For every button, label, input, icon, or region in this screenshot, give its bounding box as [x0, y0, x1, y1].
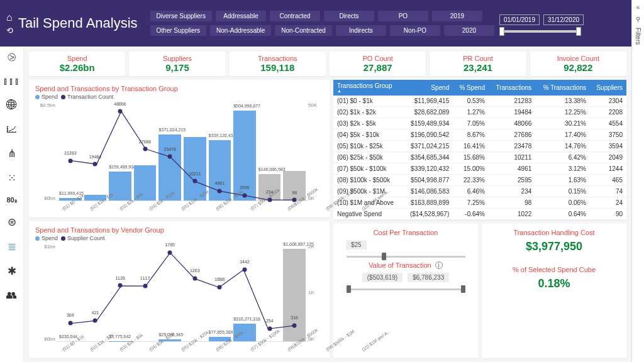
filters-label: Filters	[635, 28, 641, 45]
table-row[interactable]: (05) $10k - $25k$371,024,21516.41%234781…	[333, 141, 626, 152]
home-icon[interactable]: ⌂	[6, 12, 13, 23]
chart-bar[interactable]: $310,271,3181442	[233, 244, 256, 342]
kpi-value: 27,887	[330, 62, 426, 73]
chart-vendor-group: Spend and Transactions by Vendor Group S…	[29, 221, 330, 359]
table-row[interactable]: (07) $50k - $100k$339,120,43215.00%49613…	[333, 163, 626, 175]
chart-bar[interactable]: $1,608,897,175316	[283, 244, 306, 342]
chart-bar[interactable]: $230,044369	[59, 244, 82, 342]
chart-bar[interactable]: 1263	[184, 244, 206, 342]
bar-chart-icon[interactable]: ⫾⫾⫾	[3, 75, 20, 88]
table-header[interactable]: Transactions Group▲	[333, 80, 402, 96]
chart-bar[interactable]: 10211	[184, 102, 206, 200]
date-slider[interactable]	[499, 30, 581, 33]
kpi-label: PR Count	[430, 55, 526, 62]
table-row[interactable]: (08) $100k - $500k$504,998,87722.33%2595…	[333, 175, 626, 186]
info-icon[interactable]: i	[435, 261, 443, 269]
filter-pill[interactable]: Contracted	[270, 11, 320, 21]
chart-bar[interactable]: $77,855,3891088	[209, 244, 231, 342]
chart1-legend: Spend Transaction Count	[35, 94, 323, 100]
kpi-card: PR Count23,241	[430, 52, 526, 76]
filter-pill[interactable]: Diverse Suppliers	[150, 11, 212, 21]
chart-bar[interactable]: $504,998,8772595	[233, 102, 256, 200]
table-row[interactable]: (01) $0 - $1k$11,969,4150.53%2128313.38%…	[333, 96, 626, 107]
kpi-label: Invoice Count	[530, 55, 626, 62]
hierarchy-icon[interactable]: ⋔	[8, 147, 16, 160]
table-header[interactable]: % Transactions	[535, 80, 590, 96]
date-to[interactable]: 31/12/2020	[543, 14, 584, 25]
table-header[interactable]: Transactions	[489, 80, 535, 96]
kpi-label: Suppliers	[129, 55, 225, 62]
kpi-card: PO Count27,887	[330, 52, 426, 76]
table-header[interactable]: Spend	[402, 80, 453, 96]
search-chart-icon[interactable]: ⧁	[8, 52, 16, 64]
chart2-legend: Spend Supplier Count	[35, 235, 323, 241]
atom-icon[interactable]: ⊛	[8, 216, 16, 229]
filter-icon[interactable]: ⚲	[636, 16, 640, 23]
kpi-label: Transactions	[230, 55, 326, 62]
chevron-left-icon[interactable]: «	[636, 4, 640, 11]
chart-bar[interactable]: 27686	[134, 102, 157, 200]
summary-metrics: Transaction Handling Cost $3,977,950 % o…	[482, 224, 626, 358]
filter-pill[interactable]: Non-Contracted	[275, 25, 332, 36]
cost-per-txn-label: Cost Per Transaction	[374, 229, 438, 236]
value-range-slider[interactable]	[347, 288, 465, 290]
chart2-title: Spend and Transactions by Vendor Group	[35, 226, 323, 234]
sidebar: ⧁ ⫾⫾⫾ 🌐︎ 📈︎ ⋔ ⁙ 80₂ ⊛ ≣ ✱ 👥︎	[0, 47, 24, 362]
table-row[interactable]: (04) $5k - $10k$196,090,5428.67%2768617.…	[333, 129, 626, 141]
kpi-label: Spend	[29, 55, 125, 62]
chart-bar[interactable]: 1117	[134, 244, 157, 342]
chart-bar[interactable]: 254	[258, 244, 281, 342]
value-to: $6,786,233	[408, 273, 449, 282]
value-of-txn-label: Value of Transaction	[369, 261, 431, 269]
table-row[interactable]: (03) $2k - $5k$159,489,9347.05%4806630.2…	[333, 118, 626, 129]
date-from[interactable]: 01/01/2019	[499, 14, 540, 25]
filter-pill[interactable]: Other Suppliers	[150, 25, 206, 36]
list-icon[interactable]: ≣	[8, 240, 16, 253]
filter-pill[interactable]: PO	[378, 11, 428, 21]
kpi-value: 159,118	[230, 62, 326, 73]
globe-icon[interactable]: 🌐︎	[6, 99, 17, 112]
table-row[interactable]: (06) $25k - $50k$354,685,34415.68%102116…	[333, 152, 626, 163]
table-header[interactable]: % Spend	[453, 80, 489, 96]
network-icon[interactable]: ✱	[8, 265, 16, 278]
page-title: Tail Spend Analysis	[18, 15, 138, 31]
chart-bar[interactable]: $159,489,93448066	[109, 102, 131, 200]
filter-pill[interactable]: 2020	[444, 25, 494, 36]
filter-pill[interactable]: Non-Addressable	[210, 25, 271, 36]
filters-rail[interactable]: « ⚲ Filters	[631, 0, 644, 362]
chart-bar[interactable]: 98	[283, 102, 306, 200]
kpi-card: Suppliers9,175	[129, 52, 225, 76]
chart-transaction-group: Spend and Transactions by Transaction Gr…	[29, 80, 330, 217]
scatter-icon[interactable]: ⁙	[8, 172, 16, 185]
filter-pill[interactable]: Indirects	[336, 25, 386, 36]
people-icon[interactable]: 👥︎	[6, 289, 17, 302]
chart-bar[interactable]: 421	[84, 244, 107, 342]
chart-bar[interactable]: $29,096,3651785	[158, 244, 181, 342]
table-header[interactable]: Suppliers	[590, 80, 626, 96]
filter-pill[interactable]: Addressable	[216, 11, 266, 21]
refresh-icon[interactable]: ⟲	[6, 26, 13, 35]
chart-bar[interactable]: $371,024,21523478	[158, 102, 181, 200]
kpi-card: Transactions159,118	[230, 52, 326, 76]
filter-pill[interactable]: Non-PO	[390, 25, 440, 36]
kpi-label: PO Count	[330, 55, 426, 62]
chart1-title: Spend and Transactions by Transaction Gr…	[35, 85, 323, 92]
filter-pill[interactable]: 2019	[432, 11, 482, 21]
eighty-icon[interactable]: 80₂	[6, 196, 16, 204]
handling-cost-value: $3,977,950	[526, 240, 582, 253]
cost-per-txn-slider[interactable]	[347, 256, 465, 258]
kpi-card: Invoice Count92,822	[530, 52, 626, 76]
chart-bar[interactable]: $3,775,6421120	[109, 244, 131, 342]
filter-pill[interactable]: Directs	[324, 11, 374, 21]
spend-cube-label: % of Selected Spend Cube	[513, 266, 596, 273]
value-from: ($503,619)	[362, 273, 402, 282]
chart-bar[interactable]: $146,086,583234	[258, 102, 281, 200]
header: ⌂ ⟲ Tail Spend Analysis Diverse Supplier…	[0, 0, 644, 47]
kpi-value: 23,241	[430, 62, 526, 73]
line-chart-icon[interactable]: 📈︎	[6, 123, 17, 136]
chart-bar[interactable]: 19484	[84, 102, 107, 200]
table-row[interactable]: (02) $1k - $2k$28,682,0891.27%1948412.25…	[333, 107, 626, 118]
kpi-value: 9,175	[129, 62, 225, 73]
chart-bar[interactable]: $11,969,41521283	[59, 102, 82, 200]
chart-bar[interactable]: $339,120,4324961	[209, 102, 231, 200]
